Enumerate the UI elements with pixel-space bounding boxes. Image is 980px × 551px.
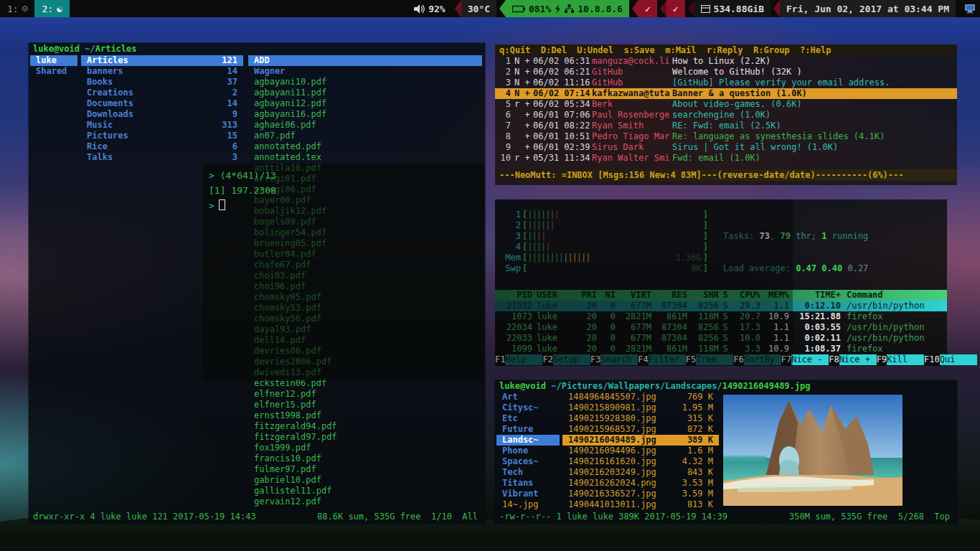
message-row[interactable]: 8 + 06/01 10:51 Pedro Tiago Mar Re: lang… (495, 131, 957, 142)
workspace-1[interactable]: 1: ☺ (0, 0, 34, 17)
message-row[interactable]: 9 + 06/01 02:39 Sirus Dark Sirus | Got i… (495, 142, 957, 153)
image-file-row[interactable]: 1490215890981.jpg1.95 M (562, 402, 719, 413)
file-row[interactable]: fox1999.pdf (248, 443, 482, 453)
dir-row[interactable]: Tech (496, 467, 560, 478)
message-row[interactable]: 10 r + 05/31 11:34 Ryan Walter Smi Fwd: … (495, 153, 957, 164)
ranger-pictures-statusbar: -rw-r--r-- 1 luke luke 389K 2017-05-19 1… (495, 512, 957, 522)
file-row[interactable]: agbayani10.pdf (248, 77, 482, 88)
plug-icon (555, 4, 561, 14)
process-row[interactable]: 22034luke200677M873048256S17.31.10:03.55… (495, 322, 947, 333)
file-row[interactable]: annotated.pdf (248, 141, 482, 152)
dir-row[interactable]: banners14 (81, 66, 243, 77)
file-row[interactable]: an07.pdf (248, 131, 482, 141)
process-table-header[interactable]: PIDUSERPRINIVIRTRESSHRSCPU%MEM%TIME+Comm… (495, 290, 947, 301)
function-key[interactable]: F10Qui (924, 354, 977, 365)
message-date: 06/02 11:16 (533, 77, 592, 88)
file-row[interactable]: fulmer97.pdf (248, 464, 482, 475)
dir-row[interactable]: Spaces~ (496, 456, 560, 467)
file-row[interactable]: francis10.pdf (248, 453, 482, 464)
message-row[interactable]: 2 N + 06/02 06:21 GitHub Welcome to GitH… (495, 67, 957, 77)
message-row[interactable]: 4 N + 06/02 07:14 kafkazwana@tuta Banner… (495, 88, 957, 99)
file-row[interactable]: aghaei06.pdf (248, 120, 482, 131)
parent-dir-row[interactable]: luke (30, 55, 77, 66)
file-row[interactable]: gervain12.pdf (248, 496, 482, 507)
dir-row[interactable]: Articles121 (81, 55, 243, 66)
image-file-row[interactable]: 1490216049489.jpg389 K (562, 435, 719, 446)
function-key[interactable]: F9Kill (877, 354, 924, 365)
function-key[interactable]: F3Search (590, 354, 638, 365)
dir-row[interactable]: Downloads9 (81, 109, 243, 120)
function-key[interactable]: F2Setup (542, 354, 590, 365)
dir-row[interactable]: Etc (496, 413, 560, 424)
parent-dir-row[interactable]: Shared (30, 66, 77, 77)
image-file-row[interactable]: 1490216262024.png3.53 M (562, 478, 719, 489)
image-file-row[interactable]: 1490216094496.jpg1.6 M (562, 446, 719, 456)
file-row[interactable]: agbayani16.pdf (248, 109, 482, 120)
file-row[interactable]: gallistel11.pdf (248, 486, 482, 496)
process-row[interactable]: 22033luke200677M873048256S10.01.10:02.11… (495, 333, 947, 344)
calc-line-2: > (209, 198, 479, 213)
image-file-row[interactable]: 1490216336527.jpg3.59 M (562, 489, 719, 499)
file-row[interactable]: agbayani11.pdf (248, 88, 482, 98)
process-row[interactable]: 1099luke2002821M861M118MS3.310.91:08.37f… (495, 344, 947, 354)
dir-row[interactable]: 14~.jpg (496, 499, 560, 510)
dir-row[interactable]: Talks3 (81, 152, 243, 163)
file-row[interactable]: Wagner (248, 66, 482, 77)
image-file-row[interactable]: 1490215968537.jpg872 K (562, 424, 719, 435)
dir-row[interactable]: Future (496, 424, 560, 435)
file-row[interactable]: elfner15.pdf (248, 400, 482, 410)
dir-row[interactable]: Rice6 (81, 141, 243, 152)
dir-row[interactable]: Art (496, 392, 560, 402)
system-tray[interactable] (960, 0, 980, 17)
message-row[interactable]: 6 + 06/01 07:06 Paul Rosenberge searchen… (495, 110, 957, 121)
function-key[interactable]: F4Filter (638, 354, 685, 365)
dir-row[interactable]: Pictures15 (81, 131, 243, 141)
file-row[interactable]: ADD (248, 55, 482, 66)
message-row[interactable]: 7 + 06/01 08:22 Ryan Smith RE: Fwd: emai… (495, 121, 957, 131)
message-row[interactable]: 1 N + 06/02 06:31 manguza@cock.li How to… (495, 56, 957, 67)
function-key[interactable]: F5Tree (686, 354, 733, 365)
file-row[interactable]: fitzgerald94.pdf (248, 421, 482, 432)
dir-row[interactable]: Citysc~ (496, 402, 560, 413)
message-date: 06/02 07:14 (533, 88, 592, 99)
dir-row[interactable]: Music313 (81, 120, 243, 131)
message-number: 9 (495, 142, 511, 153)
workspace-1-label: 1: (7, 4, 19, 14)
dir-row[interactable]: Vibrant (496, 489, 560, 499)
function-key[interactable]: F6SortBy (733, 354, 781, 365)
image-file-row[interactable]: 1490216203249.jpg843 K (562, 467, 719, 478)
dir-row[interactable]: Titans (496, 478, 560, 489)
file-row[interactable]: agbayani12.pdf (248, 98, 482, 109)
image-file-row[interactable]: 1484964845507.jpg769 K (562, 392, 719, 402)
image-file-row[interactable]: 1490215928380.jpg315 K (562, 413, 719, 424)
message-number: 5 (495, 99, 511, 110)
dir-row[interactable]: Documents14 (81, 98, 243, 109)
cpu-memory-meters: 1[|||||||] 2[||||||] 3[||||] 4[|||||] Me… (495, 209, 947, 274)
message-row[interactable]: 3 N + 06/02 11:16 GitHub [GitHub] Please… (495, 77, 957, 88)
file-row[interactable]: fitzgerald97.pdf (248, 432, 482, 443)
meter-row: 3[||||] (495, 231, 714, 242)
message-row[interactable]: 5 r + 06/02 05:34 Berk About video-games… (495, 99, 957, 110)
message-number: 10 (495, 153, 511, 164)
image-file-row[interactable]: 1490441013011.jpg813 K (562, 499, 719, 510)
function-key[interactable]: F7Nice - (781, 354, 829, 365)
process-row[interactable]: 1073luke2002821M861M118MS20.710.915:21.8… (495, 311, 947, 322)
file-row[interactable]: annotated.tex (248, 152, 482, 163)
file-row[interactable]: ernst1998.pdf (248, 410, 482, 421)
dir-row[interactable]: Creations2 (81, 88, 243, 98)
function-key[interactable]: F8Nice + (829, 354, 876, 365)
file-row[interactable]: gabriel10.pdf (248, 475, 482, 486)
process-row[interactable]: 21932luke200677M873048256S29.31.10:12.10… (495, 301, 947, 311)
dir-row[interactable]: Books37 (81, 77, 243, 88)
file-row[interactable]: elfner12.pdf (248, 389, 482, 400)
image-file-row[interactable]: 1490216161620.jpg4.32 M (562, 456, 719, 467)
calculator-terminal[interactable]: > (4*641)/13 [1] 197.2308 > (203, 164, 484, 380)
dir-row[interactable]: Landsc~ (496, 435, 560, 446)
ranger-pictures-titlebar: luke@void ~/Pictures/Wallpapers/Landscap… (495, 380, 957, 392)
message-number: 6 (495, 110, 511, 121)
directory-column: ArtCitysc~EtcFutureLandsc~PhoneSpaces~Te… (496, 392, 560, 510)
workspace-2[interactable]: 2: ☯ (34, 0, 69, 17)
dir-row[interactable]: Phone (496, 446, 560, 456)
function-key[interactable]: F1Help (495, 354, 542, 365)
clock-segment: Fri, Jun 02, 2017 at 03:44 PM (780, 0, 956, 17)
